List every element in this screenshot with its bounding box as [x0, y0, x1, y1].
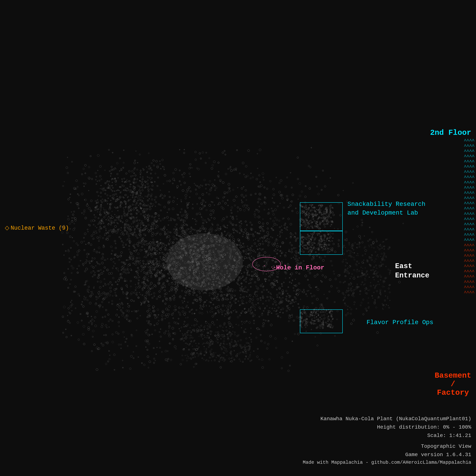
map-area: 2nd Floor ^^^^ ^^^^ ^^^^ ^^^^ ^^^^ ^^^^ … [0, 0, 476, 476]
floor-arrow-row-cyan: ^^^^ [464, 138, 475, 143]
map-meta: Height distribution: 0% - 100% Scale: 1:… [303, 423, 471, 440]
map-title: Kanawha Nuka-Cola Plant (NukaColaQuantum… [303, 415, 471, 423]
footer-info: Kanawha Nuka-Cola Plant (NukaColaQuantum… [303, 415, 471, 467]
floor-nav: ^^^^ ^^^^ ^^^^ ^^^^ ^^^^ ^^^^ ^^^^ ^^^^ … [464, 138, 475, 295]
map-credit: Made with Mappalachia - github.com/AHero… [303, 459, 471, 467]
nuclear-waste-marker: ◇ Nuclear Waste (9) [5, 224, 69, 231]
map-svg [0, 0, 476, 476]
diamond-icon: ◇ [5, 225, 11, 231]
app-container: 2nd Floor ^^^^ ^^^^ ^^^^ ^^^^ ^^^^ ^^^^ … [0, 0, 476, 476]
hole-in-floor-marker [252, 257, 281, 271]
map-view-info: Topographic View Game version 1.6.4.31 [303, 442, 471, 459]
nuclear-waste-label: Nuclear Waste (9) [11, 225, 69, 231]
